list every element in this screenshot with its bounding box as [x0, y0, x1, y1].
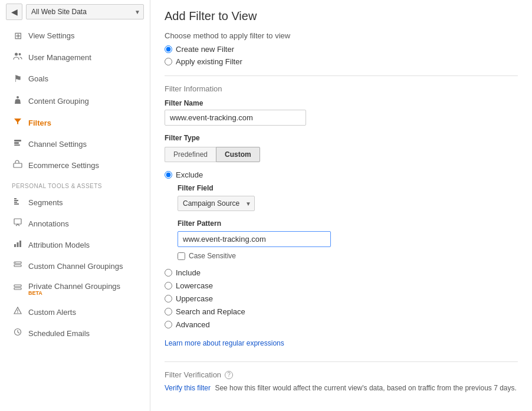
- nav-view-settings[interactable]: ⊞ View Settings: [0, 25, 150, 47]
- nav-channel-settings-label: Channel Settings: [28, 140, 87, 149]
- svg-rect-11: [14, 219, 21, 224]
- radio-lowercase-input[interactable]: [165, 282, 172, 290]
- nav-user-management[interactable]: User Management: [0, 47, 150, 68]
- exclude-section: Exclude Filter Field Campaign Source ▼ F…: [165, 170, 518, 260]
- section-divider-1: [165, 75, 518, 76]
- svg-rect-8: [14, 200, 18, 201]
- radio-advanced-input[interactable]: [165, 321, 172, 328]
- radio-create-new-filter[interactable]: Create new Filter: [165, 45, 518, 54]
- content-grouping-icon: [12, 95, 24, 107]
- svg-rect-3: [14, 140, 21, 142]
- radio-apply-input[interactable]: [165, 58, 172, 65]
- svg-point-2: [17, 96, 19, 98]
- nav-attribution-models[interactable]: Attribution Models: [0, 234, 150, 255]
- radio-uppercase[interactable]: Uppercase: [165, 294, 518, 303]
- radio-lowercase-label: Lowercase: [176, 281, 213, 290]
- radio-create-input[interactable]: [165, 45, 172, 53]
- beta-badge: BETA: [28, 291, 120, 296]
- tab-custom[interactable]: Custom: [216, 147, 260, 162]
- radio-create-label: Create new Filter: [176, 45, 234, 54]
- verify-description: See how this filter would affect the cur…: [215, 384, 516, 392]
- attribution-models-icon: [12, 239, 24, 250]
- nav-content-grouping-label: Content Grouping: [28, 97, 89, 106]
- radio-exclude-input[interactable]: [165, 171, 172, 179]
- radio-search-replace[interactable]: Search and Replace: [165, 307, 518, 316]
- sidebar: ◀ All Web Site Data ▼ ⊞ View Settings Us…: [0, 0, 150, 411]
- case-sensitive-checkbox[interactable]: [178, 252, 185, 260]
- svg-rect-21: [17, 310, 18, 312]
- radio-apply-label: Apply existing Filter: [176, 57, 242, 66]
- exclude-label: Exclude: [176, 170, 203, 179]
- help-icon[interactable]: ?: [225, 371, 233, 379]
- radio-advanced[interactable]: Advanced: [165, 320, 518, 329]
- radio-uppercase-input[interactable]: [165, 295, 172, 303]
- nav-annotations-label: Annotations: [28, 219, 69, 228]
- nav-filters[interactable]: Filters: [0, 112, 150, 133]
- filter-verification-label: Filter Verification: [165, 370, 221, 379]
- svg-rect-14: [19, 241, 21, 247]
- nav-content-grouping[interactable]: Content Grouping: [0, 90, 150, 112]
- filter-type-label: Filter Type: [165, 134, 518, 142]
- nav-segments-label: Segments: [28, 198, 63, 207]
- channel-settings-icon: [12, 139, 24, 149]
- nav-custom-alerts[interactable]: Custom Alerts: [0, 301, 150, 323]
- svg-rect-5: [14, 144, 20, 146]
- personal-tools-label: PERSONAL TOOLS & ASSETS: [0, 176, 150, 192]
- nav-user-management-label: User Management: [28, 53, 91, 62]
- annotations-icon: [12, 218, 24, 229]
- nav-goals[interactable]: ⚑ Goals: [0, 68, 150, 90]
- view-selector[interactable]: All Web Site Data: [26, 4, 144, 19]
- verify-this-filter-link[interactable]: Verify this filter: [165, 384, 211, 392]
- case-sensitive-checkbox-label[interactable]: Case Sensitive: [178, 252, 518, 260]
- radio-lowercase[interactable]: Lowercase: [165, 281, 518, 290]
- nav-filters-label: Filters: [28, 119, 51, 127]
- radio-include-label: Include: [176, 268, 201, 277]
- nav-channel-settings[interactable]: Channel Settings: [0, 133, 150, 154]
- nav-custom-alerts-label: Custom Alerts: [28, 308, 76, 317]
- radio-apply-existing-filter[interactable]: Apply existing Filter: [165, 57, 518, 66]
- campaign-source-select[interactable]: Campaign Source: [178, 196, 255, 211]
- private-channel-groupings-text: Private Channel Groupings BETA: [28, 282, 120, 296]
- segments-icon: [12, 197, 24, 208]
- learn-more-link[interactable]: Learn more about regular expressions: [165, 339, 284, 347]
- nav-segments[interactable]: Segments: [0, 192, 150, 213]
- svg-point-20: [17, 312, 18, 313]
- campaign-source-wrapper: Campaign Source ▼: [178, 196, 255, 211]
- filters-icon: [12, 117, 24, 128]
- radio-advanced-label: Advanced: [176, 320, 210, 329]
- nav-annotations[interactable]: Annotations: [0, 213, 150, 234]
- svg-rect-15: [14, 262, 21, 264]
- private-channel-groupings-icon: [12, 284, 24, 294]
- nav-ecommerce-settings-label: Ecommerce Settings: [28, 161, 99, 170]
- campaign-source-dropdown: Campaign Source ▼: [178, 196, 518, 211]
- nav-custom-channel-groupings[interactable]: Custom Channel Groupings: [0, 255, 150, 277]
- svg-rect-13: [17, 242, 19, 247]
- filter-pattern-input[interactable]: [178, 231, 331, 247]
- custom-channel-groupings-icon: [12, 261, 24, 271]
- nav-custom-channel-groupings-label: Custom Channel Groupings: [28, 262, 123, 271]
- method-label: Choose method to apply filter to view: [165, 31, 518, 40]
- filter-name-input[interactable]: [165, 110, 306, 126]
- svg-rect-7: [14, 198, 17, 199]
- page-title: Add Filter to View: [165, 9, 518, 23]
- radio-include[interactable]: Include: [165, 268, 518, 277]
- radio-search-replace-input[interactable]: [165, 308, 172, 315]
- nav-ecommerce-settings[interactable]: Ecommerce Settings: [0, 154, 150, 176]
- filter-field-label: Filter Field: [178, 184, 518, 192]
- radio-include-input[interactable]: [165, 269, 172, 277]
- nav-scheduled-emails[interactable]: Scheduled Emails: [0, 323, 150, 344]
- filter-info-header: Filter Information: [165, 84, 518, 93]
- case-sensitive-label: Case Sensitive: [189, 252, 236, 260]
- radio-exclude[interactable]: Exclude: [165, 170, 518, 179]
- svg-rect-12: [14, 244, 16, 247]
- nav-goals-label: Goals: [28, 74, 48, 83]
- filter-verification-header: Filter Verification ?: [165, 370, 518, 379]
- filter-pattern-label: Filter Pattern: [178, 219, 518, 228]
- tab-predefined[interactable]: Predefined: [165, 147, 216, 162]
- section-divider-2: [165, 361, 518, 362]
- custom-alerts-icon: [12, 307, 24, 317]
- user-management-icon: [12, 52, 24, 63]
- nav-private-channel-groupings[interactable]: Private Channel Groupings BETA: [0, 277, 150, 301]
- back-button[interactable]: ◀: [6, 4, 22, 20]
- svg-point-0: [15, 53, 18, 56]
